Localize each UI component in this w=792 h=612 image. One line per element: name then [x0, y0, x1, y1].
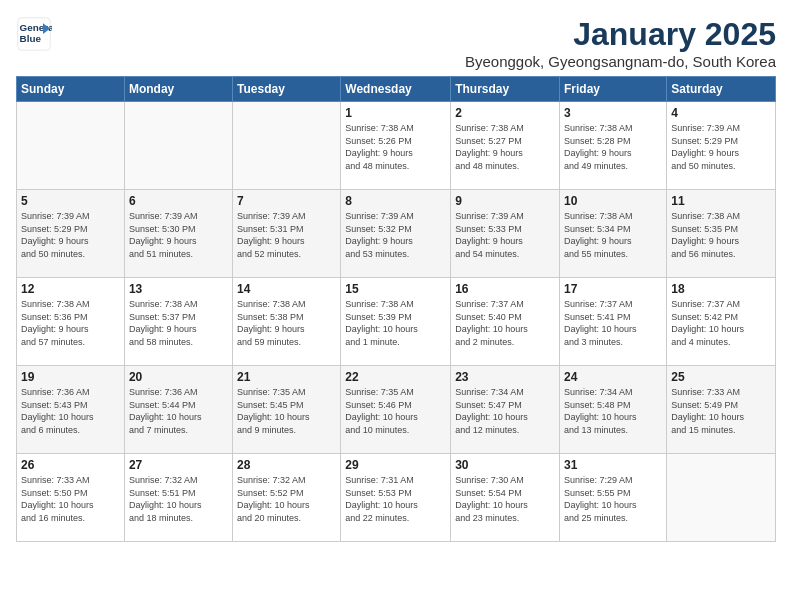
- day-info: Sunrise: 7:39 AM Sunset: 5:33 PM Dayligh…: [455, 210, 555, 260]
- day-info: Sunrise: 7:33 AM Sunset: 5:50 PM Dayligh…: [21, 474, 120, 524]
- calendar-cell: 10Sunrise: 7:38 AM Sunset: 5:34 PM Dayli…: [560, 190, 667, 278]
- calendar-cell: 11Sunrise: 7:38 AM Sunset: 5:35 PM Dayli…: [667, 190, 776, 278]
- day-number: 6: [129, 194, 228, 208]
- day-number: 16: [455, 282, 555, 296]
- svg-text:Blue: Blue: [20, 33, 42, 44]
- calendar-cell: 9Sunrise: 7:39 AM Sunset: 5:33 PM Daylig…: [451, 190, 560, 278]
- day-number: 17: [564, 282, 662, 296]
- day-number: 18: [671, 282, 771, 296]
- calendar-cell: [17, 102, 125, 190]
- day-info: Sunrise: 7:34 AM Sunset: 5:48 PM Dayligh…: [564, 386, 662, 436]
- day-number: 14: [237, 282, 336, 296]
- calendar-cell: 7Sunrise: 7:39 AM Sunset: 5:31 PM Daylig…: [233, 190, 341, 278]
- calendar-cell: 29Sunrise: 7:31 AM Sunset: 5:53 PM Dayli…: [341, 454, 451, 542]
- calendar-week-row: 12Sunrise: 7:38 AM Sunset: 5:36 PM Dayli…: [17, 278, 776, 366]
- day-number: 22: [345, 370, 446, 384]
- day-info: Sunrise: 7:37 AM Sunset: 5:40 PM Dayligh…: [455, 298, 555, 348]
- day-info: Sunrise: 7:34 AM Sunset: 5:47 PM Dayligh…: [455, 386, 555, 436]
- calendar-cell: 4Sunrise: 7:39 AM Sunset: 5:29 PM Daylig…: [667, 102, 776, 190]
- day-info: Sunrise: 7:32 AM Sunset: 5:52 PM Dayligh…: [237, 474, 336, 524]
- calendar-cell: 20Sunrise: 7:36 AM Sunset: 5:44 PM Dayli…: [124, 366, 232, 454]
- day-info: Sunrise: 7:33 AM Sunset: 5:49 PM Dayligh…: [671, 386, 771, 436]
- day-info: Sunrise: 7:32 AM Sunset: 5:51 PM Dayligh…: [129, 474, 228, 524]
- day-info: Sunrise: 7:36 AM Sunset: 5:43 PM Dayligh…: [21, 386, 120, 436]
- day-number: 19: [21, 370, 120, 384]
- logo-icon: General Blue: [16, 16, 52, 52]
- weekday-header-friday: Friday: [560, 77, 667, 102]
- day-info: Sunrise: 7:38 AM Sunset: 5:38 PM Dayligh…: [237, 298, 336, 348]
- day-info: Sunrise: 7:37 AM Sunset: 5:42 PM Dayligh…: [671, 298, 771, 348]
- day-info: Sunrise: 7:39 AM Sunset: 5:32 PM Dayligh…: [345, 210, 446, 260]
- calendar-cell: 17Sunrise: 7:37 AM Sunset: 5:41 PM Dayli…: [560, 278, 667, 366]
- day-info: Sunrise: 7:37 AM Sunset: 5:41 PM Dayligh…: [564, 298, 662, 348]
- day-number: 12: [21, 282, 120, 296]
- calendar-week-row: 5Sunrise: 7:39 AM Sunset: 5:29 PM Daylig…: [17, 190, 776, 278]
- day-number: 25: [671, 370, 771, 384]
- day-number: 8: [345, 194, 446, 208]
- calendar-cell: 3Sunrise: 7:38 AM Sunset: 5:28 PM Daylig…: [560, 102, 667, 190]
- day-info: Sunrise: 7:36 AM Sunset: 5:44 PM Dayligh…: [129, 386, 228, 436]
- calendar-cell: 26Sunrise: 7:33 AM Sunset: 5:50 PM Dayli…: [17, 454, 125, 542]
- page-header: General Blue January 2025 Byeonggok, Gye…: [16, 16, 776, 70]
- day-number: 2: [455, 106, 555, 120]
- calendar-cell: 18Sunrise: 7:37 AM Sunset: 5:42 PM Dayli…: [667, 278, 776, 366]
- day-info: Sunrise: 7:31 AM Sunset: 5:53 PM Dayligh…: [345, 474, 446, 524]
- day-info: Sunrise: 7:39 AM Sunset: 5:30 PM Dayligh…: [129, 210, 228, 260]
- day-number: 9: [455, 194, 555, 208]
- day-number: 13: [129, 282, 228, 296]
- calendar-cell: 15Sunrise: 7:38 AM Sunset: 5:39 PM Dayli…: [341, 278, 451, 366]
- day-number: 20: [129, 370, 228, 384]
- calendar-cell: 21Sunrise: 7:35 AM Sunset: 5:45 PM Dayli…: [233, 366, 341, 454]
- day-number: 30: [455, 458, 555, 472]
- day-info: Sunrise: 7:30 AM Sunset: 5:54 PM Dayligh…: [455, 474, 555, 524]
- calendar-cell: 12Sunrise: 7:38 AM Sunset: 5:36 PM Dayli…: [17, 278, 125, 366]
- day-number: 10: [564, 194, 662, 208]
- calendar-cell: 30Sunrise: 7:30 AM Sunset: 5:54 PM Dayli…: [451, 454, 560, 542]
- day-info: Sunrise: 7:38 AM Sunset: 5:37 PM Dayligh…: [129, 298, 228, 348]
- day-info: Sunrise: 7:38 AM Sunset: 5:27 PM Dayligh…: [455, 122, 555, 172]
- calendar-cell: 6Sunrise: 7:39 AM Sunset: 5:30 PM Daylig…: [124, 190, 232, 278]
- calendar-table: SundayMondayTuesdayWednesdayThursdayFrid…: [16, 76, 776, 542]
- day-info: Sunrise: 7:29 AM Sunset: 5:55 PM Dayligh…: [564, 474, 662, 524]
- calendar-cell: 14Sunrise: 7:38 AM Sunset: 5:38 PM Dayli…: [233, 278, 341, 366]
- weekday-header-saturday: Saturday: [667, 77, 776, 102]
- weekday-header-wednesday: Wednesday: [341, 77, 451, 102]
- day-info: Sunrise: 7:38 AM Sunset: 5:39 PM Dayligh…: [345, 298, 446, 348]
- calendar-cell: [667, 454, 776, 542]
- calendar-week-row: 1Sunrise: 7:38 AM Sunset: 5:26 PM Daylig…: [17, 102, 776, 190]
- weekday-header-row: SundayMondayTuesdayWednesdayThursdayFrid…: [17, 77, 776, 102]
- weekday-header-monday: Monday: [124, 77, 232, 102]
- calendar-cell: [233, 102, 341, 190]
- calendar-cell: 8Sunrise: 7:39 AM Sunset: 5:32 PM Daylig…: [341, 190, 451, 278]
- day-number: 24: [564, 370, 662, 384]
- day-number: 15: [345, 282, 446, 296]
- calendar-week-row: 26Sunrise: 7:33 AM Sunset: 5:50 PM Dayli…: [17, 454, 776, 542]
- calendar-cell: 1Sunrise: 7:38 AM Sunset: 5:26 PM Daylig…: [341, 102, 451, 190]
- day-number: 3: [564, 106, 662, 120]
- day-info: Sunrise: 7:38 AM Sunset: 5:34 PM Dayligh…: [564, 210, 662, 260]
- calendar-cell: [124, 102, 232, 190]
- day-info: Sunrise: 7:39 AM Sunset: 5:31 PM Dayligh…: [237, 210, 336, 260]
- calendar-cell: 25Sunrise: 7:33 AM Sunset: 5:49 PM Dayli…: [667, 366, 776, 454]
- calendar-week-row: 19Sunrise: 7:36 AM Sunset: 5:43 PM Dayli…: [17, 366, 776, 454]
- day-number: 27: [129, 458, 228, 472]
- calendar-cell: 23Sunrise: 7:34 AM Sunset: 5:47 PM Dayli…: [451, 366, 560, 454]
- day-number: 1: [345, 106, 446, 120]
- calendar-cell: 31Sunrise: 7:29 AM Sunset: 5:55 PM Dayli…: [560, 454, 667, 542]
- day-info: Sunrise: 7:38 AM Sunset: 5:26 PM Dayligh…: [345, 122, 446, 172]
- calendar-subtitle: Byeonggok, Gyeongsangnam-do, South Korea: [465, 53, 776, 70]
- day-number: 21: [237, 370, 336, 384]
- calendar-cell: 27Sunrise: 7:32 AM Sunset: 5:51 PM Dayli…: [124, 454, 232, 542]
- day-info: Sunrise: 7:38 AM Sunset: 5:35 PM Dayligh…: [671, 210, 771, 260]
- day-info: Sunrise: 7:39 AM Sunset: 5:29 PM Dayligh…: [671, 122, 771, 172]
- calendar-cell: 19Sunrise: 7:36 AM Sunset: 5:43 PM Dayli…: [17, 366, 125, 454]
- day-number: 29: [345, 458, 446, 472]
- calendar-cell: 28Sunrise: 7:32 AM Sunset: 5:52 PM Dayli…: [233, 454, 341, 542]
- calendar-cell: 13Sunrise: 7:38 AM Sunset: 5:37 PM Dayli…: [124, 278, 232, 366]
- calendar-cell: 2Sunrise: 7:38 AM Sunset: 5:27 PM Daylig…: [451, 102, 560, 190]
- day-number: 31: [564, 458, 662, 472]
- weekday-header-thursday: Thursday: [451, 77, 560, 102]
- calendar-cell: 24Sunrise: 7:34 AM Sunset: 5:48 PM Dayli…: [560, 366, 667, 454]
- day-info: Sunrise: 7:39 AM Sunset: 5:29 PM Dayligh…: [21, 210, 120, 260]
- logo: General Blue: [16, 16, 52, 52]
